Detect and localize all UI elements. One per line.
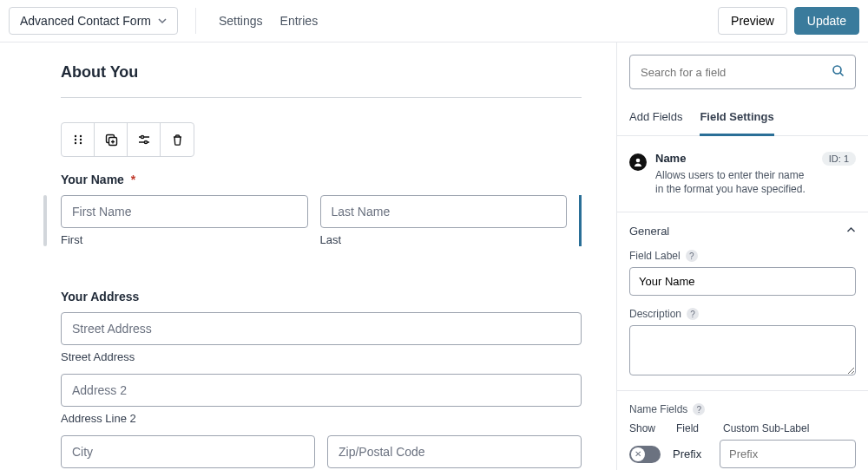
- general-section-toggle[interactable]: General: [617, 212, 868, 250]
- toggle-knob: ✕: [631, 447, 645, 461]
- help-icon[interactable]: ?: [687, 308, 699, 320]
- settings-icon[interactable]: [128, 123, 161, 156]
- first-sublabel: First: [61, 233, 308, 246]
- selected-indicator: First Last: [61, 195, 582, 246]
- street-input[interactable]: [61, 312, 582, 345]
- field-settings-sidebar: Add Fields Field Settings Name Allows us…: [616, 42, 868, 470]
- search-input[interactable]: [641, 66, 825, 79]
- description-label: Description ?: [629, 308, 856, 320]
- update-button[interactable]: Update: [794, 7, 859, 35]
- address-field-block[interactable]: Your Address Street Address Address Line…: [61, 290, 582, 468]
- street-sublabel: Street Address: [61, 350, 582, 363]
- address-field-label: Your Address: [61, 290, 582, 304]
- chevron-down-icon: [158, 14, 167, 28]
- name-fields-header: Show Field Custom Sub-Label: [629, 422, 856, 434]
- svg-point-9: [144, 140, 147, 143]
- divider: [195, 8, 196, 34]
- delete-icon[interactable]: [161, 123, 194, 156]
- form-name: Advanced Contact Form: [20, 14, 151, 28]
- required-indicator: *: [131, 173, 135, 186]
- first-name-input[interactable]: [61, 195, 308, 228]
- city-input[interactable]: [61, 435, 315, 468]
- search-wrap: [617, 42, 868, 101]
- name-fields-row-prefix: ✕ Prefix: [629, 440, 856, 468]
- address2-input[interactable]: [61, 374, 582, 407]
- svg-point-2: [74, 139, 76, 140]
- search-box[interactable]: [629, 55, 856, 89]
- field-type-name: Name: [655, 152, 813, 165]
- field-id-badge: ID: 1: [822, 152, 856, 166]
- svg-point-3: [79, 139, 81, 140]
- last-sublabel: Last: [320, 233, 568, 246]
- sidebar-tabs: Add Fields Field Settings: [617, 101, 868, 136]
- help-icon[interactable]: ?: [686, 250, 698, 262]
- svg-point-1: [79, 135, 81, 137]
- prefix-sublabel-input[interactable]: [720, 440, 856, 468]
- preview-button[interactable]: Preview: [718, 7, 787, 35]
- address2-sublabel: Address Line 2: [61, 412, 582, 425]
- svg-point-8: [141, 135, 143, 138]
- svg-point-0: [74, 135, 76, 137]
- general-section: General Field Label ? Description ?: [617, 212, 868, 390]
- name-field-label: Your Name *: [61, 173, 582, 186]
- svg-point-4: [74, 142, 76, 144]
- form-canvas: About You Your Name *: [0, 42, 616, 470]
- person-icon: [629, 153, 647, 171]
- drag-handle-icon[interactable]: [62, 123, 95, 156]
- field-type-desc: Allows users to enter their name in the …: [655, 168, 813, 196]
- form-selector-dropdown[interactable]: Advanced Contact Form: [9, 7, 178, 35]
- top-bar: Advanced Contact Form Settings Entries P…: [0, 0, 868, 42]
- svg-point-5: [79, 142, 81, 144]
- name-field-block[interactable]: Your Name * First Last: [61, 173, 582, 246]
- main-row: About You Your Name *: [0, 42, 868, 470]
- nav-settings[interactable]: Settings: [210, 9, 272, 33]
- name-fields-section: Name Fields ? Show Field Custom Sub-Labe…: [617, 390, 868, 470]
- chevron-up-icon: [846, 225, 856, 238]
- field-summary: Name Allows users to enter their name in…: [617, 136, 868, 212]
- last-name-input[interactable]: [320, 195, 568, 228]
- tab-field-settings[interactable]: Field Settings: [700, 101, 773, 136]
- duplicate-icon[interactable]: [95, 123, 128, 156]
- section-title: About You: [61, 63, 582, 98]
- name-fields-label: Name Fields ?: [629, 403, 856, 415]
- field-toolbar: [61, 122, 194, 157]
- tab-add-fields[interactable]: Add Fields: [629, 101, 682, 135]
- svg-point-10: [833, 66, 841, 74]
- search-icon: [832, 64, 845, 80]
- field-label-input[interactable]: [629, 267, 856, 296]
- svg-point-11: [636, 159, 641, 163]
- field-label-label: Field Label ?: [629, 250, 856, 262]
- prefix-toggle[interactable]: ✕: [629, 446, 661, 463]
- zip-input[interactable]: [327, 435, 582, 468]
- nav-entries[interactable]: Entries: [272, 9, 327, 33]
- prefix-field-label: Prefix: [673, 447, 707, 460]
- description-textarea[interactable]: [629, 325, 856, 375]
- help-icon[interactable]: ?: [693, 403, 705, 415]
